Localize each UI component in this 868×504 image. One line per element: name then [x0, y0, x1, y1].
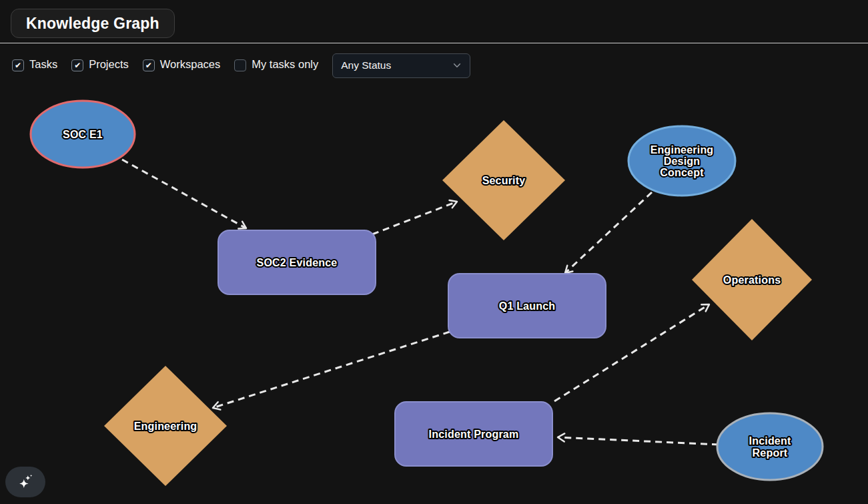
security-label: Security	[482, 175, 526, 186]
status-dropdown-value: Any Status	[341, 59, 391, 71]
knowledge-graph-page: SOC E1SecurityEngineeringDesignConceptSO…	[0, 0, 868, 504]
node-engineering-design-concept[interactable]: EngineeringDesignConcept	[628, 126, 735, 196]
node-q1-launch[interactable]: Q1 Launch	[448, 274, 606, 338]
engineering-label: Engineering	[134, 421, 197, 432]
chevron-down-icon	[452, 61, 462, 70]
node-operations[interactable]: Operations	[692, 219, 812, 340]
operations-label: Operations	[723, 274, 781, 286]
incident-program-label: Incident Program	[429, 429, 519, 440]
edge-soc2-evidence-to-security	[372, 202, 457, 234]
filter-checkbox-projects[interactable]: ✔Projects	[71, 59, 129, 72]
status-dropdown[interactable]: Any Status	[332, 53, 470, 78]
node-soc-e1[interactable]: SOC E1	[31, 101, 135, 168]
nodes-layer: SOC E1SecurityEngineeringDesignConceptSO…	[31, 101, 823, 486]
page-title: Knowledge Graph	[11, 9, 175, 38]
edge-incident-report-to-incident-program	[558, 437, 719, 445]
edge-engineering-design-concept-to-q1-launch	[565, 192, 652, 273]
soc2-evidence-label: SOC2 Evidence	[257, 257, 338, 268]
filter-checkbox-tasks[interactable]: ✔Tasks	[12, 59, 57, 72]
checkbox-label: Workspaces	[160, 58, 220, 71]
ai-assistant-button[interactable]	[5, 467, 45, 497]
filter-checkbox-my-tasks-only[interactable]: My tasks only	[234, 59, 318, 72]
edge-q1-launch-to-engineering	[213, 332, 450, 408]
sparkles-icon	[17, 473, 34, 491]
checkbox-label: Projects	[89, 58, 129, 71]
filter-bar: ✔Tasks✔Projects✔WorkspacesMy tasks only …	[12, 53, 470, 78]
checkbox-label: My tasks only	[252, 58, 318, 71]
filter-checkbox-workspaces[interactable]: ✔Workspaces	[143, 59, 220, 72]
checkbox-checked-icon[interactable]: ✔	[143, 59, 155, 71]
node-security[interactable]: Security	[442, 120, 565, 240]
checkbox-checked-icon[interactable]: ✔	[12, 59, 24, 71]
node-incident-report[interactable]: IncidentReport	[717, 413, 823, 480]
header-divider	[0, 43, 868, 43]
checkbox-unchecked-icon[interactable]	[234, 59, 246, 71]
node-soc2-evidence[interactable]: SOC2 Evidence	[218, 230, 376, 294]
soc-e1-label: SOC E1	[63, 129, 103, 140]
node-engineering[interactable]: Engineering	[104, 366, 227, 486]
checkbox-label: Tasks	[29, 58, 57, 71]
incident-report-label: IncidentReport	[749, 435, 791, 459]
q1-launch-label: Q1 Launch	[499, 300, 555, 312]
edge-soc-e1-to-soc2-evidence	[122, 160, 246, 228]
node-incident-program[interactable]: Incident Program	[395, 402, 552, 466]
checkbox-checked-icon[interactable]: ✔	[71, 59, 83, 71]
